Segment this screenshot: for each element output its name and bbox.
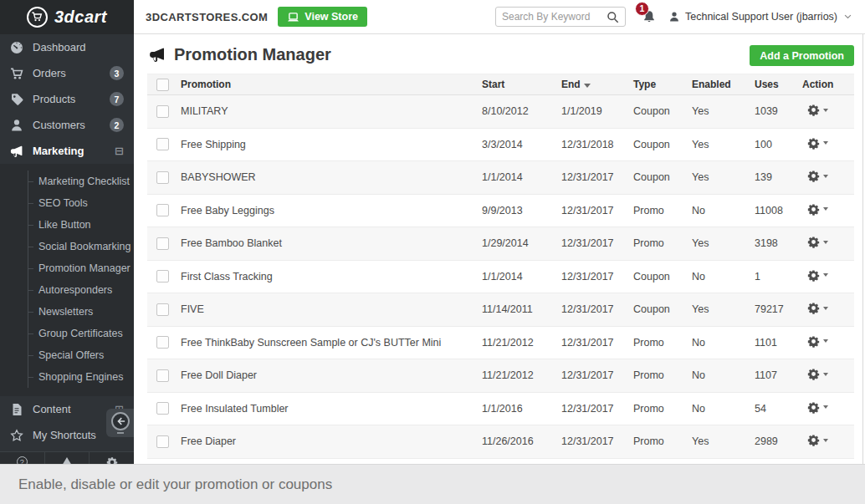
sidebar-item-label: Content xyxy=(33,403,105,415)
row-action-menu[interactable] xyxy=(802,368,828,380)
submenu-item[interactable]: Special Offers xyxy=(0,344,134,366)
cell-uses: 1 xyxy=(755,260,802,293)
user-menu[interactable]: Technical Support User (jbarrios) xyxy=(668,11,852,23)
gauge-icon xyxy=(10,41,23,54)
page-header: Promotion Manager xyxy=(149,45,331,64)
submenu-item[interactable]: Marketing Checklist xyxy=(0,171,134,192)
submenu-item[interactable]: Like Button xyxy=(0,214,134,236)
sidebar-item[interactable]: Marketing ⊟ xyxy=(0,138,134,164)
row-action-menu[interactable] xyxy=(802,236,828,248)
cell-end-date: 1/1/2019 xyxy=(561,95,633,129)
table-row: Free Diaper 11/26/2016 12/31/2017 Promo … xyxy=(147,425,854,459)
row-action-menu[interactable] xyxy=(802,137,828,150)
submenu-item[interactable]: Social Bookmarking xyxy=(0,236,134,257)
column-header-start[interactable]: Start xyxy=(482,74,561,95)
submenu-item-label: Marketing Checklist xyxy=(38,176,130,187)
person-icon xyxy=(10,119,23,132)
gear-icon xyxy=(807,302,820,314)
cell-uses: 2989 xyxy=(755,425,802,459)
row-action-menu[interactable] xyxy=(802,269,828,282)
submenu-item[interactable]: Promotion Manager xyxy=(0,257,134,279)
submenu-item-label: Newsletters xyxy=(38,306,93,318)
count-badge: 7 xyxy=(110,92,124,106)
row-action-menu[interactable] xyxy=(802,434,828,446)
sidebar-footer: ? xyxy=(0,451,134,464)
cell-uses: 54 xyxy=(755,392,802,425)
gear-icon xyxy=(807,104,820,116)
caret-down-icon xyxy=(823,273,828,277)
settings-button[interactable] xyxy=(90,452,134,464)
row-checkbox[interactable] xyxy=(156,237,169,250)
row-checkbox[interactable] xyxy=(156,270,169,283)
view-store-button[interactable]: View Store xyxy=(278,7,367,27)
cell-uses: 79217 xyxy=(755,293,802,327)
column-header-type[interactable]: Type xyxy=(633,74,692,95)
row-action-menu[interactable] xyxy=(802,170,828,182)
main-content: Promotion Manager Add a Promotion Promot… xyxy=(134,34,865,464)
add-promotion-button[interactable]: Add a Promotion xyxy=(750,45,854,66)
cell-promotion-name: Free ThinkBaby Sunscreen Sample or CJ's … xyxy=(181,326,482,359)
submenu-item[interactable]: Shopping Engines xyxy=(0,366,134,388)
submenu-item[interactable]: SEO Tools xyxy=(0,192,134,214)
submenu-item-label: Social Bookmarking xyxy=(38,241,131,252)
row-checkbox[interactable] xyxy=(156,138,169,150)
sidebar-collapse-button[interactable] xyxy=(106,409,134,437)
sidebar-item-label: Dashboard xyxy=(33,41,124,53)
cell-type: Coupon xyxy=(633,95,692,129)
cell-uses: 1039 xyxy=(755,95,802,129)
cell-uses: 100 xyxy=(755,128,802,161)
cell-start-date: 1/29/2014 xyxy=(482,227,561,261)
arrow-up-icon xyxy=(62,457,72,464)
submenu-item[interactable]: Group Certificates xyxy=(0,323,134,344)
sidebar-item[interactable]: Customers 2 xyxy=(0,112,134,138)
cell-uses: 3198 xyxy=(755,227,802,261)
caret-down-icon xyxy=(823,339,828,343)
row-action-menu[interactable] xyxy=(802,401,828,414)
row-checkbox[interactable] xyxy=(156,369,169,382)
row-checkbox[interactable] xyxy=(156,435,169,448)
row-checkbox[interactable] xyxy=(156,303,169,316)
cell-uses: 1107 xyxy=(755,359,802,393)
sidebar-item[interactable]: Products 7 xyxy=(0,86,134,112)
marketing-submenu: Marketing Checklist SEO Tools Like Butto… xyxy=(0,164,134,396)
cell-type: Coupon xyxy=(633,293,692,327)
column-header-action[interactable]: Action xyxy=(802,74,854,95)
search-input[interactable] xyxy=(502,11,607,23)
submenu-item[interactable]: Newsletters xyxy=(0,301,134,323)
row-checkbox[interactable] xyxy=(156,336,169,349)
row-action-menu[interactable] xyxy=(802,104,828,116)
row-checkbox[interactable] xyxy=(156,402,169,415)
row-checkbox[interactable] xyxy=(156,204,169,216)
cell-start-date: 11/21/2012 xyxy=(482,359,561,393)
select-all-checkbox[interactable] xyxy=(156,79,169,91)
view-store-label: View Store xyxy=(305,11,358,23)
column-header-end[interactable]: End xyxy=(561,74,633,95)
upgrade-button[interactable] xyxy=(45,452,90,464)
row-action-menu[interactable] xyxy=(802,203,828,216)
notification-count-badge: 1 xyxy=(635,2,649,16)
row-checkbox[interactable] xyxy=(156,105,169,118)
notifications-bell[interactable]: 1 xyxy=(642,10,656,24)
caret-down-icon xyxy=(823,141,828,145)
collapse-icon[interactable]: ⊟ xyxy=(115,145,124,156)
table-row: BABYSHOWER 1/1/2014 12/31/2017 Coupon Ye… xyxy=(147,161,854,195)
tags-icon xyxy=(10,93,23,106)
megaphone-icon xyxy=(149,47,166,64)
app-logo[interactable]: 3dcart xyxy=(0,0,134,34)
cell-promotion-name: Free Baby Leggings xyxy=(181,194,482,227)
sidebar-item[interactable]: Orders 3 xyxy=(0,60,134,86)
submenu-item[interactable]: Autoresponders xyxy=(0,279,134,301)
column-header-promotion[interactable]: Promotion xyxy=(181,74,482,95)
row-action-menu[interactable] xyxy=(802,302,828,314)
row-action-menu[interactable] xyxy=(802,335,828,348)
sidebar-item[interactable]: Dashboard xyxy=(0,34,134,60)
table-row: Free Bamboo Blanket 1/29/2014 12/31/2017… xyxy=(147,227,854,261)
cell-promotion-name: Free Shipping xyxy=(181,128,482,161)
help-button[interactable]: ? xyxy=(0,452,45,464)
cell-type: Promo xyxy=(633,326,692,359)
cell-start-date: 11/14/2011 xyxy=(482,293,561,327)
column-header-uses[interactable]: Uses xyxy=(755,74,802,95)
column-header-enabled[interactable]: Enabled xyxy=(692,74,755,95)
row-checkbox[interactable] xyxy=(156,171,169,184)
search-icon[interactable] xyxy=(607,11,619,23)
